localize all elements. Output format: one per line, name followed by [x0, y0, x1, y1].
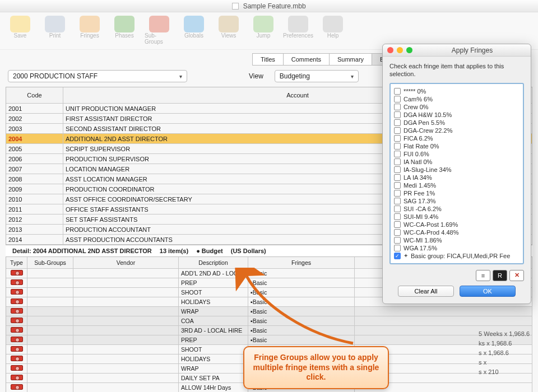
col-fringes[interactable]: Fringes [248, 257, 355, 268]
detail-row[interactable]: WRAP▪Basic [6, 307, 532, 316]
fringe-item[interactable]: ***** 0% [393, 87, 521, 95]
fringe-item[interactable]: IA-Slug-Line 34% [393, 166, 521, 174]
toolbar-globals[interactable]: Globals [179, 16, 208, 45]
callout-box: Fringe Groups allow you to apply multipl… [243, 346, 389, 389]
fringe-item[interactable]: ✓✦Basic group: FICA,FUI,Medi,PR Fee [393, 252, 521, 260]
minimize-icon[interactable] [397, 47, 403, 53]
window-controls [387, 47, 412, 53]
fringe-item[interactable]: WC-MI 1.86% [393, 236, 521, 244]
checkbox-icon[interactable] [394, 127, 401, 134]
fringe-item[interactable]: LA IA 34% [393, 174, 521, 181]
col-description[interactable]: Description [179, 257, 248, 268]
checkbox-icon[interactable] [394, 96, 401, 102]
list-delete-button[interactable]: ✕ [509, 270, 524, 281]
toolbar-sub-groups[interactable]: Sub-Groups [145, 16, 174, 45]
col-subgroups[interactable]: Sub-Groups [27, 257, 73, 268]
checkbox-icon[interactable] [394, 245, 401, 251]
tab-titles[interactable]: Titles [252, 53, 283, 66]
tab-comments[interactable]: Comments [283, 53, 329, 66]
checkbox-icon[interactable] [394, 158, 401, 165]
checkbox-icon[interactable] [394, 182, 401, 189]
checkbox-icon[interactable] [394, 221, 401, 228]
checkbox-icon[interactable] [394, 190, 401, 197]
fringe-label: DGA Pen 5.5% [404, 119, 445, 126]
cell-vendor [73, 297, 179, 306]
window-titlebar: Sample Feature.mbb [0, 0, 538, 12]
fringe-item[interactable]: FUI 0.6% [393, 150, 521, 158]
toolbar-views[interactable]: Views [214, 16, 243, 45]
fringe-label: WGA 17.5% [404, 245, 437, 251]
cell-vendor [73, 278, 179, 287]
toolbar-phases[interactable]: Phases [110, 16, 139, 45]
fringe-item[interactable]: SUI-MI 9.4% [393, 213, 521, 221]
checkbox-icon[interactable] [394, 88, 401, 95]
fringe-item[interactable]: WC-CA-Prod 4.48% [393, 228, 521, 236]
fringe-item[interactable]: Flat Rate 0% [393, 142, 521, 150]
value-hint: s x 210 [479, 367, 530, 377]
fringe-label: IA-Slug-Line 34% [404, 166, 452, 173]
fringe-item[interactable]: Crew 0% [393, 103, 521, 111]
fringe-item[interactable]: FICA 6.2% [393, 134, 521, 142]
category-dropdown[interactable]: 2000 PRODUCTION STAFF ▾ [8, 70, 187, 82]
tab-summary[interactable]: Summary [329, 53, 372, 66]
toolbar-preferences[interactable]: Preferences [284, 16, 313, 45]
cell-subgroups [27, 326, 73, 335]
value-hint: ks x 1,968.6 [479, 339, 530, 348]
cell-subgroups [27, 374, 73, 382]
toolbar-print[interactable]: Print [40, 16, 69, 45]
cell-type [6, 374, 27, 382]
list-edit-button[interactable]: ≡ [476, 270, 490, 281]
fringe-item[interactable]: PR Fee 1% [393, 189, 521, 197]
view-dropdown[interactable]: Budgeting ▾ [275, 70, 359, 82]
close-icon[interactable] [387, 47, 393, 53]
fringe-list[interactable]: ***** 0%Cam% 6%Crew 0%DGA H&W 10.5%DGA P… [389, 83, 524, 264]
ok-button[interactable]: OK [460, 286, 516, 297]
checkbox-icon[interactable] [394, 104, 401, 110]
col-code[interactable]: Code [6, 87, 63, 103]
fringe-item[interactable]: WC-CA-Post 1.69% [393, 221, 521, 228]
checkbox-icon[interactable] [394, 143, 401, 150]
checkbox-icon[interactable] [394, 206, 401, 212]
cell-fringes: ▪Basic [248, 288, 355, 297]
star-icon: ✦ [404, 253, 408, 259]
fringe-label: ***** 0% [404, 88, 426, 95]
checkbox-icon[interactable] [394, 111, 401, 118]
fringe-label: DGA-Crew 22.2% [404, 127, 452, 134]
checkbox-icon[interactable] [394, 174, 401, 181]
detail-mode: ● Budget [196, 248, 223, 254]
checkbox-icon[interactable]: ✓ [394, 253, 401, 259]
toolbar-help[interactable]: Help [318, 16, 347, 45]
toolbar-save[interactable]: Save [6, 16, 35, 45]
fringe-item[interactable]: Medi 1.45% [393, 181, 521, 189]
fringe-item[interactable]: IA Natl 0% [393, 158, 521, 166]
fringe-item[interactable]: Cam% 6% [393, 95, 521, 103]
checkbox-icon[interactable] [394, 213, 401, 220]
detail-row[interactable]: COA▪Basic [6, 316, 532, 326]
cell-fringes: ▪Basic [248, 307, 355, 316]
col-type[interactable]: Type [6, 257, 27, 268]
list-rename-button[interactable]: R [493, 270, 507, 281]
cell-vendor [73, 326, 179, 335]
detail-row[interactable]: 3RD AD - LOCAL HIRE▪Basic [6, 326, 532, 335]
detail-row[interactable]: PREP▪Basic [6, 335, 532, 345]
zoom-icon[interactable] [406, 47, 412, 53]
checkbox-icon[interactable] [394, 166, 401, 173]
checkbox-icon[interactable] [394, 237, 401, 244]
fringe-item[interactable]: SAG 17.3% [393, 197, 521, 205]
col-vendor[interactable]: Vendor [73, 257, 179, 268]
fringe-item[interactable]: WGA 17.5% [393, 244, 521, 252]
checkbox-icon[interactable] [394, 151, 401, 157]
checkbox-icon[interactable] [394, 119, 401, 126]
clear-all-button[interactable]: Clear All [398, 286, 454, 297]
fringe-item[interactable]: DGA H&W 10.5% [393, 111, 521, 119]
toolbar-jump[interactable]: Jump [249, 16, 278, 45]
view-dropdown-value: Budgeting [280, 72, 310, 80]
checkbox-icon[interactable] [394, 135, 401, 142]
toolbar-fringes[interactable]: Fringes [75, 16, 104, 45]
fringe-item[interactable]: DGA-Crew 22.2% [393, 127, 521, 134]
dialog-titlebar[interactable]: Apply Fringes [383, 44, 531, 57]
checkbox-icon[interactable] [394, 198, 401, 204]
checkbox-icon[interactable] [394, 229, 401, 236]
fringe-item[interactable]: DGA Pen 5.5% [393, 119, 521, 127]
fringe-item[interactable]: SUI -CA 6.2% [393, 205, 521, 213]
